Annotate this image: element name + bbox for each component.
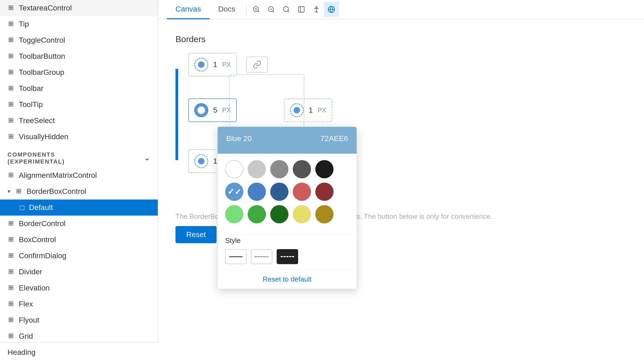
- border-top-unit: PX: [222, 61, 231, 68]
- sidebar-item-Flyout[interactable]: Flyout: [0, 312, 158, 328]
- swatch-red-mid[interactable]: [293, 183, 311, 201]
- svg-rect-22: [9, 88, 10, 90]
- svg-rect-30: [9, 121, 10, 122]
- border-bottom-circle: [194, 154, 208, 168]
- svg-rect-35: [11, 137, 13, 138]
- globe-button[interactable]: [324, 2, 339, 17]
- sidebar-item-ToolTip[interactable]: ToolTip: [0, 97, 158, 113]
- sidebar-item-Elevation[interactable]: Elevation: [0, 280, 158, 296]
- style-solid-btn[interactable]: [225, 249, 247, 264]
- svg-rect-47: [11, 224, 13, 225]
- sidebar-item-label: ToggleControl: [19, 36, 65, 45]
- swatch-green-light[interactable]: [225, 205, 243, 223]
- svg-rect-60: [9, 286, 10, 287]
- sidebar-item-ToolbarGroup[interactable]: ToolbarGroup: [0, 64, 158, 80]
- zoom-in-button[interactable]: [249, 2, 264, 17]
- link-button[interactable]: [246, 57, 268, 73]
- svg-line-96: [288, 11, 289, 12]
- svg-rect-62: [9, 288, 10, 290]
- swatch-blue-dark[interactable]: [270, 183, 288, 201]
- svg-rect-17: [11, 70, 13, 72]
- svg-rect-24: [9, 102, 10, 104]
- sidebar-item-label: ToolTip: [19, 100, 43, 109]
- svg-point-95: [283, 7, 288, 12]
- swatch-black[interactable]: [315, 160, 334, 178]
- reset-to-default-button[interactable]: Reset to default: [218, 269, 357, 289]
- svg-rect-1: [11, 6, 13, 7]
- sidebar-item-label: Divider: [19, 268, 42, 276]
- svg-rect-4: [9, 22, 10, 23]
- sidebar-item-TextareaControl[interactable]: TextareaControl: [0, 0, 158, 16]
- svg-rect-69: [11, 318, 13, 319]
- svg-rect-29: [11, 118, 13, 120]
- swatch-blue-mid[interactable]: [248, 183, 266, 201]
- sidebar-item-BorderControl[interactable]: BorderControl: [0, 216, 158, 232]
- zoom-out-button[interactable]: [264, 2, 279, 17]
- grid-icon: [8, 53, 15, 60]
- sidebar-item-Toolbar[interactable]: Toolbar: [0, 80, 158, 97]
- svg-rect-7: [11, 24, 13, 26]
- swatch-green-mid[interactable]: [248, 205, 266, 223]
- reset-button[interactable]: Reset: [175, 226, 217, 243]
- swatch-gray[interactable]: [270, 160, 288, 178]
- sidebar-item-TreeSelect[interactable]: TreeSelect: [0, 113, 158, 129]
- svg-rect-97: [298, 7, 304, 12]
- svg-rect-71: [11, 320, 13, 322]
- swatch-green-dark[interactable]: [270, 205, 288, 223]
- sidebar-item-Grid[interactable]: Grid: [0, 328, 158, 344]
- sidebar-item-Flex[interactable]: Flex: [0, 296, 158, 312]
- border-top-control[interactable]: 1 PX: [188, 53, 237, 76]
- sidebar-item-BoxControl[interactable]: BoxControl: [0, 232, 158, 248]
- color-preview-area: Blue 20 72AEE6: [218, 127, 357, 154]
- svg-rect-20: [9, 86, 10, 88]
- sidebar-item-Default[interactable]: ▢ Default: [0, 200, 158, 216]
- swatch-row-grays: [225, 160, 349, 178]
- svg-rect-26: [9, 105, 10, 106]
- sidebar-item-VisuallyHidden[interactable]: VisuallyHidden: [0, 129, 158, 145]
- swatch-yellow-dark[interactable]: [315, 205, 334, 223]
- sidebar-item-ToolbarButton[interactable]: ToolbarButton: [0, 48, 158, 64]
- svg-rect-72: [9, 334, 10, 335]
- sidebar-item-label: BoxControl: [19, 235, 56, 244]
- reset-zoom-button[interactable]: [279, 2, 294, 17]
- tab-separator: [246, 4, 247, 15]
- svg-rect-61: [11, 286, 13, 287]
- svg-rect-65: [11, 302, 13, 303]
- swatch-red-dark[interactable]: [315, 183, 334, 201]
- sidebar-item-BorderBoxControl[interactable]: ▾ BorderBoxControl: [0, 183, 158, 200]
- svg-rect-42: [17, 191, 18, 193]
- style-dashed-btn[interactable]: [277, 249, 298, 264]
- svg-rect-38: [9, 175, 10, 177]
- sidebar-item-ToggleControl[interactable]: ToggleControl: [0, 32, 158, 48]
- svg-rect-53: [11, 253, 13, 255]
- sidebar-item-label: ToolbarGroup: [19, 68, 64, 77]
- sidebar-item-AlignmentMatrixControl[interactable]: AlignmentMatrixControl: [0, 167, 158, 183]
- accessibility-button[interactable]: [309, 2, 324, 17]
- svg-rect-55: [11, 256, 13, 257]
- sidebar-item-Tip[interactable]: Tip: [0, 16, 158, 32]
- svg-rect-43: [19, 191, 21, 193]
- svg-rect-63: [11, 288, 13, 290]
- svg-rect-46: [9, 224, 10, 225]
- sidebar-item-ConfirmDialog[interactable]: ConfirmDialog: [0, 248, 158, 264]
- svg-rect-37: [11, 173, 13, 175]
- sidebar-item-Divider[interactable]: Divider: [0, 264, 158, 280]
- swatch-white[interactable]: [225, 160, 243, 178]
- style-dotted-btn[interactable]: [251, 249, 272, 264]
- sidebar-toggle-button[interactable]: [294, 2, 309, 17]
- grid-icon: [8, 20, 15, 28]
- grid-icon: [8, 284, 15, 292]
- swatch-yellow[interactable]: [293, 205, 311, 223]
- expand-arrow-icon: ▾: [8, 188, 10, 195]
- svg-rect-18: [9, 72, 10, 74]
- svg-rect-49: [11, 237, 13, 239]
- tab-canvas[interactable]: Canvas: [167, 0, 210, 19]
- swatch-blue-light[interactable]: ✓: [225, 183, 243, 201]
- chevron-up-icon[interactable]: ⌄: [144, 154, 150, 162]
- sidebar-item-label: ToolbarButton: [19, 52, 65, 61]
- tab-docs[interactable]: Docs: [210, 0, 244, 19]
- swatch-light-gray[interactable]: [248, 160, 266, 178]
- swatch-dark-gray[interactable]: [293, 160, 311, 178]
- sidebar-item-label: Grid: [19, 332, 33, 341]
- svg-rect-66: [9, 304, 10, 306]
